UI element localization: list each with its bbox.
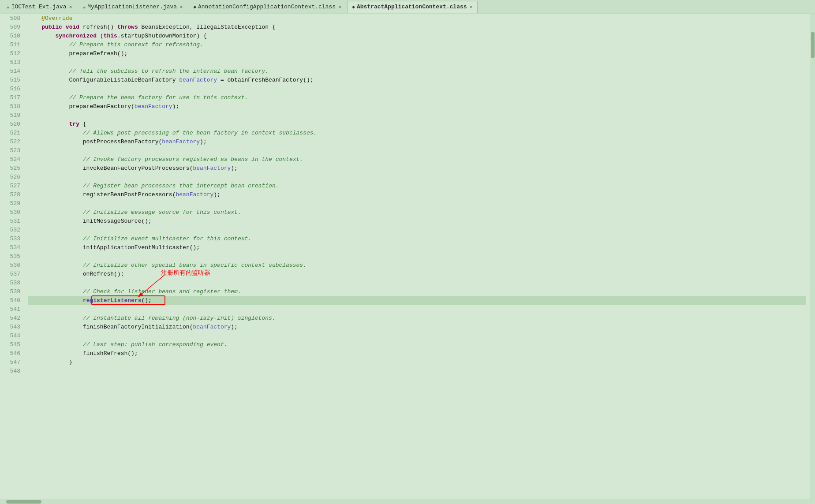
close-tab-ioctest[interactable]: ✕ [69,4,72,10]
line-num-513: 513 [4,58,20,67]
close-tab-abstract[interactable]: ✕ [470,4,473,10]
line-num-543: 543 [4,323,20,332]
code-line-519 [28,111,806,120]
code-line-520: try { [28,120,806,129]
scrollbar-thumb[interactable] [811,32,815,58]
code-line-541 [28,305,806,314]
line-num-548: 548 [4,367,20,376]
close-tab-annotation[interactable]: ✕ [338,4,341,10]
code-line-546: finishRefresh(); [28,349,806,358]
line-num-523: 523 [4,146,20,155]
code-line-525: invokeBeanFactoryPostProcessors(beanFact… [28,164,806,173]
line-num-531: 531 [4,217,20,226]
code-line-513 [28,58,806,67]
line-num-527: 527 [4,182,20,190]
line-num-517: 517 [4,93,20,102]
code-line-530: // Initialize message source for this co… [28,208,806,217]
code-line-523 [28,146,806,155]
tab-ioctest[interactable]: ☕ IOCTest_Ext.java ✕ [2,1,77,13]
line-num-512: 512 [4,49,20,58]
code-line-521: // Allows post-processing of the bean fa… [28,129,806,138]
code-line-509: public void refresh() throws BeansExcept… [28,23,806,32]
scrollbar-bottom[interactable] [0,499,815,504]
code-line-540: registerListeners(); [28,296,806,305]
tab-abstract[interactable]: ◆ AbstractApplicationContext.class ✕ [347,1,478,13]
line-num-544: 544 [4,332,20,340]
line-num-508: 508 [4,14,20,23]
line-num-540: 540 [4,296,20,305]
line-num-514: 514 [4,67,20,76]
line-num-536: 536 [4,261,20,270]
code-line-518: prepareBeanFactory(beanFactory); [28,102,806,111]
line-num-518: 518 [4,102,20,111]
code-line-522: postProcessBeanFactory(beanFactory); [28,138,806,146]
code-line-508: @Override [28,14,806,23]
line-num-524: 524 [4,155,20,164]
line-num-532: 532 [4,226,20,235]
code-line-533: // Initialize event multicaster for this… [28,235,806,243]
code-line-515: ConfigurableListableBeanFactory beanFact… [28,76,806,85]
code-line-548 [28,367,806,376]
line-num-529: 529 [4,199,20,208]
code-line-542: // Instantiate all remaining (non-lazy-i… [28,314,806,323]
code-line-514: // Tell the subclass to refresh the inte… [28,67,806,76]
code-line-543: finishBeanFactoryInitialization(beanFact… [28,323,806,332]
line-num-526: 526 [4,173,20,182]
line-num-521: 521 [4,129,20,138]
code-line-547: } [28,358,806,367]
code-line-545: // Last step: publish corresponding even… [28,340,806,349]
close-tab-listener[interactable]: ✕ [179,4,183,10]
class-icon: ◆ [193,4,196,10]
line-num-509: 509 [4,23,20,32]
code-line-511: // Prepare this context for refreshing. [28,41,806,49]
tab-annotation[interactable]: ◆ AnnotationConfigApplicationContext.cla… [188,1,346,13]
scrollbar-right[interactable] [810,14,815,499]
java-icon-2: ☕ [83,4,86,10]
line-num-534: 534 [4,243,20,252]
line-num-538: 538 [4,279,20,287]
line-num-530: 530 [4,208,20,217]
line-num-522: 522 [4,138,20,146]
code-line-539: // Check for listener beans and register… [28,287,806,296]
code-line-532 [28,226,806,235]
editor-container: ☕ IOCTest_Ext.java ✕ ☕ MyApplicationList… [0,0,815,504]
scrollbar-h-thumb[interactable] [6,500,41,504]
line-num-519: 519 [4,111,20,120]
code-line-527: // Register bean processors that interce… [28,182,806,190]
class-icon-2: ◆ [352,4,355,10]
code-line-517: // Prepare the bean factory for use in t… [28,93,806,102]
code-line-526 [28,173,806,182]
code-line-538 [28,279,806,287]
code-line-516 [28,85,806,93]
editor-body: 5085095105115125135145155165175185195205… [0,14,815,499]
code-line-534: initApplicationEventMulticaster(); [28,243,806,252]
line-num-533: 533 [4,235,20,243]
line-num-515: 515 [4,76,20,85]
line-num-539: 539 [4,287,20,296]
code-line-531: initMessageSource(); [28,217,806,226]
tab-bar: ☕ IOCTest_Ext.java ✕ ☕ MyApplicationList… [0,0,815,14]
line-num-520: 520 [4,120,20,129]
code-line-535 [28,252,806,261]
code-line-510: synchronized (this.startupShutdownMonito… [28,32,806,41]
java-icon: ☕ [7,4,10,10]
line-num-542: 542 [4,314,20,323]
line-num-546: 546 [4,349,20,358]
line-num-525: 525 [4,164,20,173]
code-line-544 [28,332,806,340]
line-num-516: 516 [4,85,20,93]
code-area[interactable]: @Override public void refresh() throws B… [24,14,810,499]
line-num-511: 511 [4,41,20,49]
line-numbers: 5085095105115125135145155165175185195205… [0,14,24,499]
line-num-528: 528 [4,190,20,199]
code-line-528: registerBeanPostProcessors(beanFactory); [28,190,806,199]
line-num-545: 545 [4,340,20,349]
line-num-510: 510 [4,32,20,41]
code-line-524: // Invoke factory processors registered … [28,155,806,164]
line-num-535: 535 [4,252,20,261]
code-line-536: // Initialize other special beans in spe… [28,261,806,270]
code-line-529 [28,199,806,208]
line-num-541: 541 [4,305,20,314]
tab-listener[interactable]: ☕ MyApplicationListener.java ✕ [78,1,188,13]
code-line-537: onRefresh(); [28,270,806,279]
